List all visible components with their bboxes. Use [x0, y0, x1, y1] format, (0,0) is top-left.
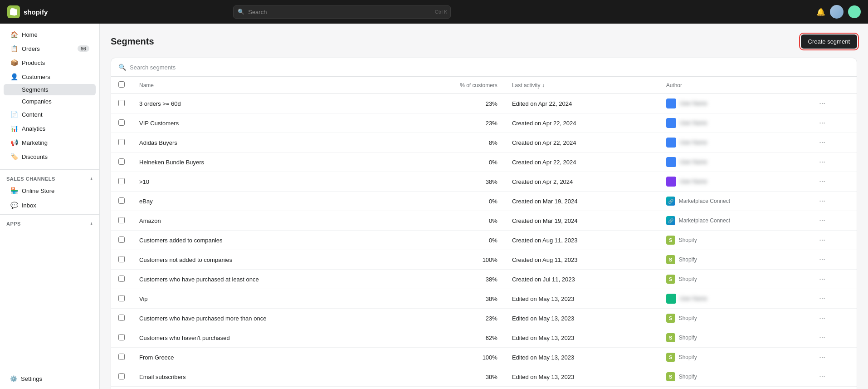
sidebar-item-marketing[interactable]: 📢 Marketing	[4, 136, 96, 149]
sidebar-item-online-store[interactable]: 🏪 Online Store	[4, 184, 96, 197]
sidebar-item-inbox[interactable]: 💬 Inbox	[4, 198, 96, 212]
expand-icon[interactable]: +	[90, 177, 93, 182]
row-actions: ···	[810, 133, 857, 153]
row-more-button[interactable]: ···	[817, 352, 827, 362]
table-row[interactable]: Amazon0%Created on Mar 19, 2024🔗Marketpl…	[111, 211, 857, 231]
sidebar-bottom: ⚙️ Settings	[0, 369, 99, 389]
row-more-button[interactable]: ···	[817, 216, 827, 226]
sidebar-item-customers[interactable]: 👤 Customers	[4, 70, 96, 84]
main-area: 🏠 Home 📋 Orders 66 📦 Products 👤 Customer…	[0, 24, 868, 389]
table-row[interactable]: Customers who have purchased more than o…	[111, 309, 857, 328]
main-content: Segments Create segment 🔍 Name	[100, 24, 868, 389]
row-checkbox[interactable]	[118, 295, 125, 301]
sidebar-item-home[interactable]: 🏠 Home	[4, 28, 96, 41]
row-actions: ···	[810, 172, 857, 192]
row-checkbox[interactable]	[118, 100, 125, 106]
table-row[interactable]: Adidas Buyers8%Created on Apr 22, 2024Us…	[111, 133, 857, 153]
row-checkbox[interactable]	[118, 334, 125, 340]
table-row[interactable]: Vip38%Edited on May 13, 2023User Name···	[111, 289, 857, 309]
th-activity[interactable]: Last activity ↓	[505, 77, 659, 94]
row-more-button[interactable]: ···	[817, 372, 827, 382]
row-checkbox[interactable]	[118, 217, 125, 223]
row-checkbox[interactable]	[118, 139, 125, 145]
apps-expand-icon[interactable]: +	[90, 222, 93, 227]
table-row[interactable]: Email subscribers38%Edited on May 13, 20…	[111, 367, 857, 387]
search-bar: 🔍 Ctrl K	[233, 5, 451, 19]
row-more-button[interactable]: ···	[817, 196, 827, 206]
table-row[interactable]: Customers not added to companies100%Crea…	[111, 250, 857, 270]
row-more-button[interactable]: ···	[817, 255, 827, 265]
row-more-button[interactable]: ···	[817, 118, 827, 128]
row-checkbox[interactable]	[118, 315, 125, 321]
row-more-button[interactable]: ···	[817, 98, 827, 108]
sidebar-item-discounts[interactable]: 🏷️ Discounts	[4, 150, 96, 163]
row-activity: Created on Apr 22, 2024	[505, 153, 659, 172]
table-row[interactable]: Abandoned checkouts in the last 30 days0…	[111, 387, 857, 389]
row-more-button[interactable]: ···	[817, 235, 827, 245]
segments-label: Segments	[22, 86, 49, 93]
sidebar-subitem-companies[interactable]: Companies	[4, 96, 96, 107]
row-author: SShopify	[659, 270, 810, 289]
table-row[interactable]: VIP Customers23%Created on Apr 22, 2024U…	[111, 113, 857, 133]
bell-icon[interactable]: 🔔	[816, 8, 825, 16]
search-icon-top: 🔍	[238, 9, 244, 15]
sidebar-item-analytics[interactable]: 📊 Analytics	[4, 122, 96, 135]
row-more-button[interactable]: ···	[817, 157, 827, 167]
table-row[interactable]: 3 orders >= 60d23%Edited on Apr 22, 2024…	[111, 94, 857, 113]
row-author: SShopify	[659, 387, 810, 389]
global-search-input[interactable]	[233, 5, 451, 19]
row-more-button[interactable]: ···	[817, 313, 827, 323]
row-checkbox[interactable]	[118, 158, 125, 165]
page-title: Segments	[111, 36, 154, 47]
inbox-icon: 💬	[10, 202, 18, 209]
row-name: Customers who have purchased at least on…	[132, 270, 405, 289]
row-checkbox[interactable]	[118, 197, 125, 204]
table-row[interactable]: Customers who haven't purchased62%Edited…	[111, 328, 857, 348]
shopify-author-icon: S	[666, 314, 675, 323]
author-name: Shopify	[679, 354, 697, 360]
sidebar-item-orders[interactable]: 📋 Orders 66	[4, 42, 96, 55]
create-segment-button[interactable]: Create segment	[801, 34, 858, 49]
online-store-icon: 🏪	[10, 187, 18, 194]
row-checkbox[interactable]	[118, 119, 125, 126]
row-checkbox-cell	[111, 231, 132, 250]
table-row[interactable]: Customers added to companies0%Created on…	[111, 231, 857, 250]
row-more-button[interactable]: ···	[817, 177, 827, 187]
store-avatar[interactable]	[848, 5, 861, 18]
row-more-button[interactable]: ···	[817, 274, 827, 284]
table-row[interactable]: Heineken Bundle Buyers0%Created on Apr 2…	[111, 153, 857, 172]
row-activity: Created on Mar 19, 2024	[505, 211, 659, 231]
row-author: User Name	[659, 289, 810, 309]
table-search-row: 🔍	[111, 58, 857, 77]
table-row[interactable]: Customers who have purchased at least on…	[111, 270, 857, 289]
row-checkbox[interactable]	[118, 354, 125, 360]
table-row[interactable]: eBay0%Created on Mar 19, 2024🔗Marketplac…	[111, 192, 857, 211]
row-checkbox[interactable]	[118, 178, 125, 184]
logo[interactable]: shopify	[7, 5, 48, 18]
row-checkbox[interactable]	[118, 373, 125, 379]
user-avatar[interactable]	[830, 5, 844, 19]
th-checkbox	[111, 77, 132, 94]
th-name: Name	[132, 77, 405, 94]
row-more-button[interactable]: ···	[817, 138, 827, 148]
row-author: User Name	[659, 133, 810, 153]
sidebar-item-settings[interactable]: ⚙️ Settings	[4, 372, 96, 385]
row-more-button[interactable]: ···	[817, 333, 827, 343]
row-more-button[interactable]: ···	[817, 294, 827, 304]
row-pct: 100%	[405, 348, 505, 367]
segment-search-input[interactable]	[130, 64, 849, 71]
table-row[interactable]: >1038%Created on Apr 2, 2024User Name···	[111, 172, 857, 192]
content-icon: 📄	[10, 111, 18, 118]
row-name: eBay	[132, 192, 405, 211]
row-checkbox-cell	[111, 309, 132, 328]
sidebar-subitem-segments[interactable]: Segments	[4, 84, 96, 95]
row-checkbox[interactable]	[118, 256, 125, 262]
sidebar-item-content[interactable]: 📄 Content	[4, 108, 96, 121]
row-checkbox[interactable]	[118, 276, 125, 282]
row-activity: Edited on May 13, 2023	[505, 289, 659, 309]
sidebar-item-products[interactable]: 📦 Products	[4, 56, 96, 69]
row-name: >10	[132, 172, 405, 192]
table-row[interactable]: From Greece100%Edited on May 13, 2023SSh…	[111, 348, 857, 367]
select-all-checkbox[interactable]	[118, 81, 125, 88]
row-checkbox[interactable]	[118, 236, 125, 243]
